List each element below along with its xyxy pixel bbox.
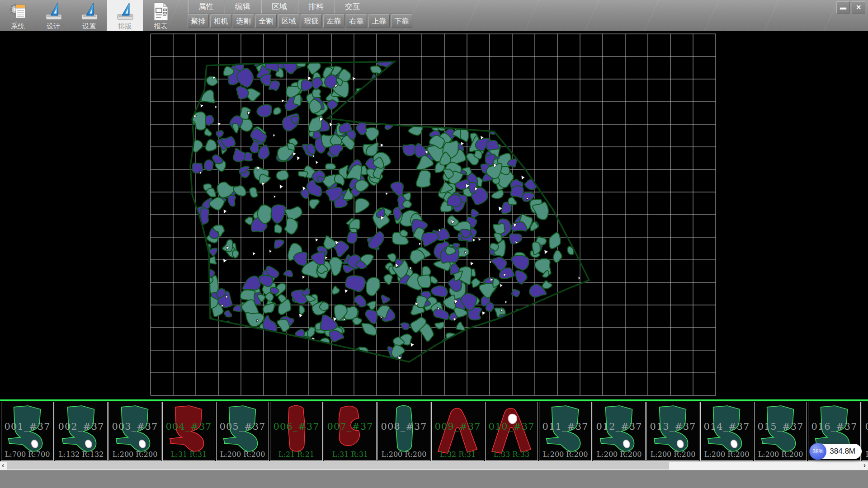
action-cluster-nest[interactable]: 聚排: [188, 14, 209, 28]
menu-area: 属性 编辑 区域 排料 交互 聚排 相机 选割 全割 区域 瑕疵 左靠 右靠 上…: [188, 0, 412, 28]
thumbnail-cell[interactable]: 006_#37L:21 R:21: [270, 402, 323, 461]
window-controls: ▬ ✕: [836, 1, 865, 14]
piece-thumbnail: [701, 403, 753, 456]
app-label: 排版: [107, 22, 143, 31]
thumbnail-cell[interactable]: 002_#37L:132 R:132: [55, 402, 108, 461]
action-cut-all[interactable]: 全割: [255, 14, 277, 28]
thumbnail-cell[interactable]: 001_#37L:700 R:700: [1, 402, 54, 461]
piece-thumbnail: [324, 403, 376, 456]
piece-thumbnail: [217, 403, 269, 456]
piece-thumbnail: [486, 403, 538, 456]
piece-thumbnail: [270, 403, 322, 456]
menu-tab-nesting[interactable]: 排料: [298, 0, 335, 14]
piece-thumbnail: [593, 403, 645, 456]
thumbnail-cell[interactable]: 004_#37L:31 R:31: [162, 402, 215, 461]
thumbnail-cell[interactable]: 009_#37L:32 R:31: [431, 402, 484, 461]
nesting-setsquare-icon: [115, 1, 135, 22]
piece-thumbnail: [378, 403, 430, 456]
app-switcher: 系统 设计 设置: [0, 0, 179, 31]
app-label: 设计: [36, 22, 71, 31]
piece-thumbnail: [55, 403, 107, 456]
menu-tab-properties[interactable]: 属性: [188, 0, 225, 14]
app-label: 系统: [0, 22, 36, 31]
report-document-icon: [151, 1, 171, 22]
scroll-right-arrow-icon[interactable]: ›: [863, 461, 866, 470]
app-button-nesting-active[interactable]: 排版: [107, 0, 143, 31]
action-button-bar: 聚排 相机 选割 全割 区域 瑕疵 左靠 右靠 上靠 下靠: [188, 14, 412, 28]
thumbnail-cell[interactable]: 015_#37L:200 R:200: [754, 402, 807, 461]
settings-setsquare-icon: [80, 1, 99, 22]
canvas-grid: [151, 34, 716, 395]
thumbnail-cell[interactable]: 017_#37L:200 R:200: [862, 402, 868, 461]
app-button-design[interactable]: 设计: [36, 0, 71, 31]
badge-size: 384.8M: [830, 447, 855, 456]
app-button-system[interactable]: 系统: [0, 0, 36, 31]
action-snap-right[interactable]: 右靠: [346, 14, 367, 28]
app-label: 报表: [143, 22, 179, 31]
close-button[interactable]: ✕: [852, 1, 865, 14]
action-select-cut[interactable]: 选割: [233, 14, 254, 28]
piece-thumbnail: [755, 403, 807, 456]
nesting-canvas-area[interactable]: [0, 31, 868, 399]
piece-thumbnail: [539, 403, 591, 456]
menu-tab-interact[interactable]: 交互: [335, 0, 371, 14]
main-toolbar: 系统 设计 设置: [0, 0, 868, 31]
piece-thumbnail: [1, 403, 53, 456]
app-label: 设置: [71, 22, 107, 31]
thumbnail-cell[interactable]: 012_#37L:200 R:200: [593, 402, 646, 461]
menu-tab-bar: 属性 编辑 区域 排料 交互: [188, 0, 412, 14]
thumbnail-cell[interactable]: 013_#37L:200 R:200: [646, 402, 699, 461]
thumbnail-cell[interactable]: 011_#37L:200 R:200: [539, 402, 592, 461]
thumbnail-cell[interactable]: 008_#37L:200 R:200: [377, 402, 430, 461]
action-snap-bottom[interactable]: 下靠: [391, 14, 412, 28]
piece-thumbnail: [432, 403, 484, 456]
thumbnail-cell[interactable]: 003_#37L:200 R:200: [108, 402, 161, 461]
thumbnail-cell[interactable]: 014_#37L:200 R:200: [700, 402, 753, 461]
design-setsquare-icon: [44, 1, 64, 22]
percent-circle-icon: 38%: [809, 443, 826, 460]
action-camera[interactable]: 相机: [210, 14, 231, 28]
scrollbar-thumb[interactable]: [7, 462, 669, 469]
minimize-button[interactable]: ▬: [836, 1, 850, 14]
action-snap-left[interactable]: 左靠: [323, 14, 344, 28]
status-bar: [0, 470, 868, 488]
action-region[interactable]: 区域: [278, 14, 299, 28]
piece-thumbnail: [109, 403, 161, 456]
thumbnail-cell[interactable]: 005_#37L:200 R:200: [216, 402, 269, 461]
piece-thumbnail: [647, 403, 699, 456]
memory-indicator-badge[interactable]: 38% 384.8M: [811, 444, 862, 459]
badge-percent: 38%: [812, 448, 823, 455]
piece-thumbnail: [163, 403, 215, 456]
nested-pieces: [187, 43, 594, 367]
system-gear-icon: [8, 1, 28, 22]
horizontal-scrollbar[interactable]: ‹ ›: [0, 461, 868, 470]
app-button-report[interactable]: 报表: [143, 0, 179, 31]
action-defect[interactable]: 瑕疵: [301, 14, 322, 28]
app-button-settings[interactable]: 设置: [71, 0, 107, 31]
piece-thumbnail-strip: 001_#37L:700 R:700002_#37L:132 R:132003_…: [0, 401, 868, 461]
thumbnail-cell[interactable]: 010_#37L:33 R:33: [485, 402, 538, 461]
action-snap-top[interactable]: 上靠: [368, 14, 390, 28]
scroll-left-arrow-icon[interactable]: ‹: [2, 461, 4, 470]
nesting-canvas[interactable]: [0, 31, 868, 399]
thumbnail-cell[interactable]: 007_#37L:31 R:31: [324, 402, 377, 461]
menu-tab-region[interactable]: 区域: [261, 0, 298, 14]
piece-thumbnail: [862, 403, 868, 456]
menu-tab-edit[interactable]: 编辑: [225, 0, 261, 14]
